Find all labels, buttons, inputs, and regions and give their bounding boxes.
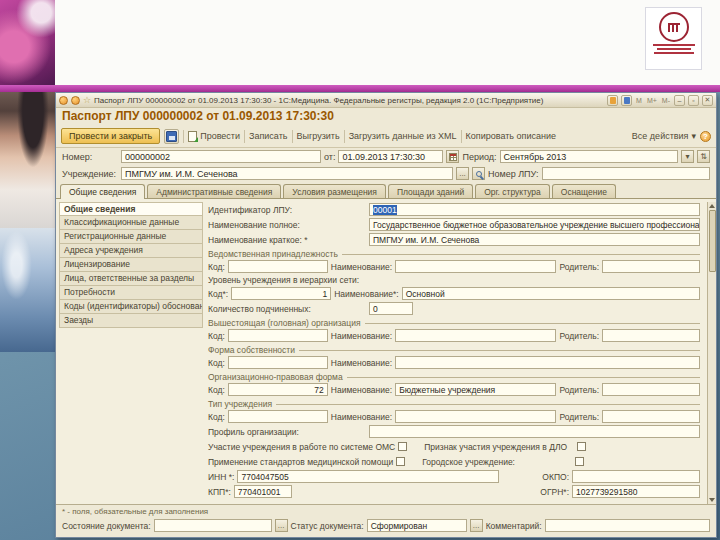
level-name-input[interactable]: Основной bbox=[402, 287, 700, 300]
head-org-name-input[interactable] bbox=[395, 329, 556, 342]
lpu-number-input[interactable] bbox=[542, 167, 710, 180]
window-titlebar: ☆ Паспорт ЛПУ 000000002 от 01.09.2013 17… bbox=[56, 93, 716, 108]
head-org-code-label: Код: bbox=[208, 331, 225, 341]
sidebar-item-general[interactable]: Общие сведения bbox=[59, 202, 203, 216]
full-name-input[interactable]: Государственное бюджетное образовательно… bbox=[369, 218, 700, 231]
ownership-code-input[interactable] bbox=[228, 356, 328, 369]
date-input[interactable]: 01.09.2013 17:30:30 bbox=[338, 150, 443, 163]
sidebar-item-codes[interactable]: Коды (идентификаторы) обоснований bbox=[59, 300, 203, 314]
memory-button-m[interactable]: М bbox=[635, 97, 643, 104]
memory-button-m-plus[interactable]: М+ bbox=[646, 97, 658, 104]
write-button[interactable]: Записать bbox=[249, 131, 287, 141]
tab-general-info[interactable]: Общие сведения bbox=[60, 184, 145, 199]
city-checkbox[interactable] bbox=[575, 457, 584, 466]
tab-placement-conditions[interactable]: Условия размещения bbox=[283, 184, 386, 198]
doc-state-input[interactable] bbox=[154, 519, 272, 532]
sidebar-item-needs[interactable]: Потребности bbox=[59, 286, 203, 300]
organization-label: Учреждение: bbox=[62, 169, 118, 179]
short-name-input[interactable]: ПМГМУ им. И.М. Сеченова bbox=[369, 233, 700, 246]
help-icon[interactable]: ? bbox=[700, 131, 711, 142]
okpo-input[interactable] bbox=[572, 470, 700, 483]
organization-select-button[interactable]: ... bbox=[456, 167, 469, 180]
oms-checkbox[interactable] bbox=[398, 442, 407, 451]
tab-content: Общие сведения Классификационные данные … bbox=[56, 198, 716, 504]
group-ownership: Форма собственности bbox=[208, 345, 700, 355]
calendar-icon[interactable] bbox=[446, 150, 459, 163]
scrollbar-thumb[interactable] bbox=[709, 210, 716, 272]
photo-doctor bbox=[0, 92, 55, 228]
period-spinner-icon[interactable]: ⇅ bbox=[697, 150, 710, 163]
window-title: Паспорт ЛПУ 000000002 от 01.09.2013 17:3… bbox=[94, 96, 604, 105]
legal-form-code-input[interactable]: 72 bbox=[228, 383, 328, 396]
post-and-close-button[interactable]: Провести и закрыть bbox=[61, 128, 160, 144]
org-type-code-label: Код: bbox=[208, 412, 225, 422]
sidebar-item-addresses[interactable]: Адреса учреждения bbox=[59, 244, 203, 258]
standards-checkbox[interactable] bbox=[396, 457, 405, 466]
level-code-input[interactable]: 1 bbox=[231, 287, 331, 300]
inn-input[interactable]: 7704047505 bbox=[237, 470, 499, 483]
doc-state-label: Состояние документа: bbox=[62, 521, 151, 531]
doc-state-select-button[interactable]: ... bbox=[275, 519, 288, 532]
sidebar-item-visits[interactable]: Заезды bbox=[59, 314, 203, 328]
comment-input[interactable] bbox=[545, 519, 710, 532]
scroll-down-icon[interactable] bbox=[709, 498, 715, 502]
level-label: Уровень учреждения в иерархии сети: bbox=[208, 275, 700, 286]
sidebar-item-responsible-persons[interactable]: Лица, ответственные за разделы bbox=[59, 272, 203, 286]
profile-input[interactable] bbox=[369, 425, 700, 438]
post-document-icon bbox=[188, 131, 197, 142]
presentation-logo bbox=[645, 7, 702, 70]
sidebar-item-classification[interactable]: Классификационные данные bbox=[59, 216, 203, 230]
copy-description-button[interactable]: Копировать описание bbox=[466, 131, 556, 141]
load-xml-button[interactable]: Загрузить данные из XML bbox=[349, 131, 457, 141]
tab-building-areas[interactable]: Площади зданий bbox=[388, 184, 473, 198]
sidebar-item-licensing[interactable]: Лицензирование bbox=[59, 258, 203, 272]
vertical-scrollbar[interactable] bbox=[707, 202, 716, 504]
legal-form-name-input[interactable]: Бюджетные учреждения bbox=[395, 383, 556, 396]
form-panel: Идентификатор ЛПУ: 00001 Наименование по… bbox=[206, 202, 704, 504]
save-button[interactable] bbox=[164, 129, 179, 144]
identifier-input[interactable]: 00001 bbox=[369, 203, 700, 216]
head-org-code-input[interactable] bbox=[228, 329, 328, 342]
doc-status-input[interactable]: Сформирован bbox=[367, 519, 467, 532]
organization-input[interactable]: ПМГМУ им. И.М. Сеченова bbox=[121, 167, 453, 180]
favorites-star-icon[interactable]: ☆ bbox=[83, 96, 91, 105]
group-head-org: Вышестоящая (головная) организация bbox=[208, 318, 700, 328]
kpp-label: КПП*: bbox=[208, 487, 231, 497]
kpp-input[interactable]: 770401001 bbox=[234, 485, 292, 498]
subordinate-count-input[interactable]: 0 bbox=[369, 302, 413, 315]
period-dropdown-icon[interactable]: ▾ bbox=[681, 150, 694, 163]
post-button[interactable]: Провести bbox=[188, 131, 240, 142]
dlo-checkbox[interactable] bbox=[577, 442, 586, 451]
org-type-parent-input[interactable] bbox=[602, 410, 700, 423]
doc-blue-icon[interactable] bbox=[621, 95, 632, 106]
head-org-parent-input[interactable] bbox=[602, 329, 700, 342]
dept-parent-input[interactable] bbox=[602, 260, 700, 273]
search-icon[interactable] bbox=[472, 167, 485, 180]
ownership-name-input[interactable] bbox=[395, 356, 700, 369]
period-input[interactable]: Сентябрь 2013 bbox=[500, 150, 678, 163]
org-type-name-label: Наименование: bbox=[331, 412, 392, 422]
dept-name-input[interactable] bbox=[395, 260, 556, 273]
toolbar-separator bbox=[461, 130, 462, 143]
memory-button-m-minus[interactable]: М- bbox=[661, 97, 671, 104]
number-input[interactable]: 000000002 bbox=[121, 150, 321, 163]
maximize-button[interactable]: ▫ bbox=[688, 95, 699, 106]
legal-form-parent-input[interactable] bbox=[602, 383, 700, 396]
doc-status-select-button[interactable]: ... bbox=[470, 519, 483, 532]
all-actions-button[interactable]: Все действия ▾ bbox=[632, 131, 696, 141]
dept-code-input[interactable] bbox=[228, 260, 328, 273]
close-button[interactable]: ✕ bbox=[702, 95, 713, 106]
tab-administrative-info[interactable]: Административные сведения bbox=[147, 184, 281, 198]
minimize-button[interactable]: – bbox=[674, 95, 685, 106]
scroll-up-icon[interactable] bbox=[709, 204, 715, 208]
chevron-down-icon: ▾ bbox=[691, 131, 696, 141]
inn-label: ИНН *: bbox=[208, 472, 234, 482]
unload-button[interactable]: Выгрузить bbox=[297, 131, 340, 141]
ogrn-input[interactable]: 1027739291580 bbox=[572, 485, 700, 498]
doc-orange-icon[interactable] bbox=[607, 95, 618, 106]
org-type-name-input[interactable] bbox=[395, 410, 556, 423]
tab-equipment[interactable]: Оснащение bbox=[552, 184, 616, 198]
sidebar-item-registration[interactable]: Регистрационные данные bbox=[59, 230, 203, 244]
tab-org-structure[interactable]: Орг. структура bbox=[475, 184, 550, 198]
org-type-code-input[interactable] bbox=[228, 410, 328, 423]
